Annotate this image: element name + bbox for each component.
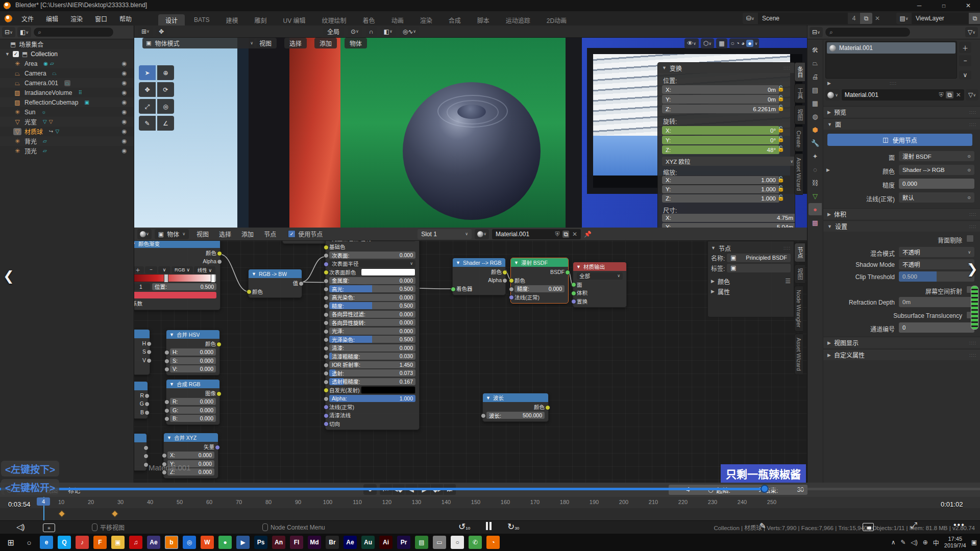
lock-icon[interactable]: 🔓 xyxy=(777,194,785,201)
node-row[interactable]: 波长:500.000 xyxy=(486,412,545,419)
value-slider[interactable]: X:0.000 xyxy=(167,452,214,459)
outliner-item-Sun[interactable]: Sun xyxy=(24,109,35,116)
properties-tab-13[interactable]: ▩ xyxy=(808,216,822,229)
node-row[interactable] xyxy=(134,365,146,372)
value-slider[interactable]: Alpha:1.000 xyxy=(329,395,415,402)
node-panel-title[interactable]: 节点 xyxy=(719,244,731,253)
node-row[interactable]: R xyxy=(134,392,144,399)
transform-field-X[interactable]: X:0m xyxy=(662,85,779,94)
taskbar-app-4[interactable]: ▣ xyxy=(111,536,125,549)
surface-0[interactable]: 漫射 BSDF⊙ xyxy=(899,151,974,161)
viewport-menu-物体[interactable]: 物体 xyxy=(345,38,367,48)
outliner-row[interactable]: ⬒场景集合 xyxy=(0,39,134,49)
euler-mode-dropdown[interactable]: XYZ 欧拉∨ xyxy=(662,157,795,166)
color-swatch[interactable] xyxy=(361,268,415,276)
outliner-row[interactable]: ▼✓⬒Collection xyxy=(0,49,134,59)
socket-purple[interactable] xyxy=(324,421,329,427)
shading-rendered-icon[interactable]: ● xyxy=(746,40,753,47)
player-rewind10-icon[interactable]: ↺10 xyxy=(458,521,470,532)
notification-center-icon[interactable]: ▣ xyxy=(971,539,977,546)
transform-field-Z[interactable]: Z:6.2261m xyxy=(662,105,779,113)
pin-icon[interactable]: 📌 xyxy=(584,231,592,238)
panel-settings[interactable]: ▼设置:::: xyxy=(823,220,980,232)
taskbar-app-3[interactable]: F xyxy=(93,536,107,549)
node-row[interactable]: X:0.000 xyxy=(167,452,214,459)
tray-network-icon[interactable]: ⊕ xyxy=(923,539,928,546)
socket-gray[interactable] xyxy=(146,349,152,355)
xray-icon[interactable]: ▦ xyxy=(716,38,727,48)
ramp-control[interactable]: − xyxy=(145,266,157,273)
taskbar-app-19[interactable]: Ai xyxy=(379,536,393,549)
shader-menu-视图[interactable]: 视图 xyxy=(192,229,213,239)
socket-gray[interactable] xyxy=(146,358,152,363)
node-row[interactable]: 高光染色:0.000 xyxy=(329,294,415,301)
move-tool[interactable]: ✥ xyxy=(139,82,156,97)
socket-gray[interactable] xyxy=(143,445,149,450)
value-slider[interactable]: G:0.000 xyxy=(170,407,216,414)
node-row[interactable]: 着色器 xyxy=(456,285,502,292)
node-row[interactable]: 颜色 xyxy=(134,249,216,257)
sidebar-tab-Node Wrangler[interactable]: Node Wrangler xyxy=(794,286,803,332)
maximize-button[interactable]: □ xyxy=(932,0,955,11)
node-header[interactable]: ▼合并 HSV xyxy=(166,330,219,339)
taskbar-app-11[interactable]: ▶ xyxy=(236,536,250,549)
socket-gray[interactable] xyxy=(324,354,329,359)
workspace-tab-2D动画[interactable]: 2D动画 xyxy=(540,14,574,26)
value-slider[interactable]: B:0.000 xyxy=(170,415,216,422)
socket-gray[interactable] xyxy=(217,259,222,264)
node-principled[interactable]: GGX∨克里斯坦森-伯利∨基础色次表面:0.000次表面半径∨次表面颜色金属度:… xyxy=(325,228,420,430)
close-button[interactable]: ✕ xyxy=(957,0,980,11)
value-slider[interactable]: 光泽:0.000 xyxy=(329,328,415,335)
node-header[interactable]: ▼材质输出 xyxy=(573,262,626,271)
outliner-row[interactable]: ⏢Camera⏢◉ xyxy=(0,68,134,78)
node-row[interactable]: R:0.000 xyxy=(170,398,216,405)
node-row[interactable]: H xyxy=(134,340,146,347)
node-sep-rgb[interactable]: ▼RGB xyxy=(134,381,148,419)
viewlayer-copy-icon[interactable]: ⧉ xyxy=(969,13,980,24)
taskbar-app-9[interactable]: W xyxy=(201,536,214,549)
surface-3[interactable]: 默认⊙ xyxy=(899,192,974,203)
color-section[interactable]: 颜色 xyxy=(718,277,730,286)
shader-menu-节点[interactable]: 节点 xyxy=(259,229,281,239)
viewport-menu-视图[interactable]: 视图 xyxy=(254,38,277,48)
select-tool[interactable]: ➤ xyxy=(139,65,156,80)
lock-icon[interactable]: 🔓 xyxy=(777,95,785,102)
taskbar-app-2[interactable]: ♪ xyxy=(76,536,89,549)
shading-solid-icon[interactable]: ◔ xyxy=(736,40,740,47)
sidebar-tab-条目[interactable]: 条目 xyxy=(794,62,805,82)
panel-custom-properties[interactable]: ▶自定义属性:::: xyxy=(823,349,980,360)
settings-2[interactable]: 不透明∨ xyxy=(899,259,974,269)
socket-green[interactable] xyxy=(571,282,576,287)
taskbar-app-13[interactable]: An xyxy=(272,536,285,549)
socket-yellow[interactable] xyxy=(247,289,252,294)
socket-gray[interactable] xyxy=(146,341,152,346)
node-header[interactable]: ▼Shader --> RGB xyxy=(453,258,505,267)
node-row[interactable]: 光泽染色:0.500 xyxy=(329,336,415,343)
properties-tab-8[interactable]: ✦ xyxy=(808,150,822,162)
player-pause-button[interactable] xyxy=(486,522,492,530)
node-row[interactable]: G:0.000 xyxy=(170,407,216,414)
socket-yellow[interactable] xyxy=(502,270,507,275)
editor-type-icon[interactable]: ⊟∨ xyxy=(2,27,15,37)
node-sep-hsv[interactable]: ▼HSV xyxy=(134,329,150,375)
enum-dropdown[interactable]: 全部∨ xyxy=(577,272,623,280)
scale-tool[interactable]: ⤢ xyxy=(139,99,156,114)
node-row[interactable]: S xyxy=(134,348,146,355)
socket-gray[interactable] xyxy=(324,295,329,300)
viewport-menu-添加[interactable]: 添加 xyxy=(314,38,337,48)
scene-icon[interactable]: ⛁∨ xyxy=(743,13,758,24)
timeline-ruler[interactable]: 1020304050607080901001101201301401501601… xyxy=(0,497,980,509)
socket-gray[interactable] xyxy=(164,408,169,413)
menu-文件[interactable]: 文件 xyxy=(15,11,40,26)
value-slider[interactable]: 光泽染色:0.500 xyxy=(329,336,415,343)
ramp-color-swatch[interactable] xyxy=(134,292,216,298)
socket-gray[interactable] xyxy=(164,367,169,372)
color-swatch[interactable] xyxy=(361,386,415,394)
proportional-edit-icon[interactable]: ◎∿∨ xyxy=(400,27,419,36)
menu-编辑[interactable]: 编辑 xyxy=(40,11,64,26)
active-tool-icon[interactable]: ✥ xyxy=(156,27,167,36)
socket-yellow[interactable] xyxy=(217,251,222,256)
value-slider[interactable]: 糙度:0.500 xyxy=(329,302,415,309)
properties-search-input[interactable]: ⌕ xyxy=(825,27,911,37)
value-slider[interactable]: 高光染色:0.000 xyxy=(329,294,415,301)
